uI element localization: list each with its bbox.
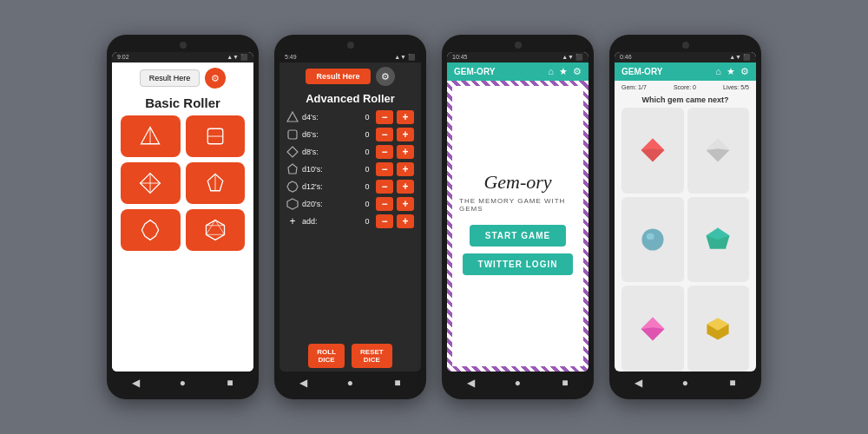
trophy-icon-game[interactable]: ★ <box>727 66 735 77</box>
back-button-2[interactable]: ◀ <box>297 377 309 389</box>
adv-roller-title: Advanced Roller <box>279 90 421 108</box>
gem-choice-grid <box>615 108 756 372</box>
d12-label: d12's: <box>302 182 358 191</box>
d6-plus[interactable]: + <box>397 128 414 141</box>
d8-plus[interactable]: + <box>397 145 414 159</box>
status-time-2: 5:49 <box>285 54 297 61</box>
settings-button-2[interactable]: ⚙ <box>376 67 395 86</box>
d10-plus[interactable]: + <box>397 162 414 176</box>
gem-game-screen: 0:46 ▲▼ ⬛ GEM-ORY ⌂ ★ ⚙ Gem: 1/7 Score: … <box>615 52 756 372</box>
gem-game-logo: GEM-ORY <box>621 67 662 76</box>
recents-button-4[interactable]: ■ <box>727 377 739 389</box>
d4-plus[interactable]: + <box>397 110 414 124</box>
dice-grid <box>112 115 253 251</box>
gem-cell-red[interactable] <box>621 108 684 194</box>
gem-question: Which gem came next? <box>615 94 756 108</box>
back-button-1[interactable]: ◀ <box>129 377 141 389</box>
lives-label: Lives: 5/5 <box>723 84 749 90</box>
phone-gem-ory-main: 10:45 ▲▼ ⬛ GEM-ORY ⌂ ★ ⚙ Gem-ory The mem… <box>442 35 594 399</box>
d6-minus[interactable]: − <box>376 128 393 141</box>
d8-label: d8's: <box>302 148 358 156</box>
add-row: + add: 0 − + <box>279 213 421 230</box>
dice-d6[interactable] <box>186 115 246 157</box>
back-button-4[interactable]: ◀ <box>632 377 644 389</box>
home-button-3[interactable]: ● <box>511 377 523 389</box>
d12-count: 0 <box>362 182 372 191</box>
phone-basic-roller: 9:02 ▲▼ ⬛ Result Here ⚙ Basic Roller <box>107 35 259 399</box>
score-label: Score: 0 <box>674 84 696 90</box>
row-d8: d8's: 0 − + <box>279 143 421 161</box>
trophy-icon[interactable]: ★ <box>559 66 568 77</box>
add-label: add: <box>302 217 358 226</box>
adv-header: Result Here ⚙ <box>279 62 421 90</box>
gem-cell-gold[interactable] <box>687 286 750 372</box>
d12-plus[interactable]: + <box>397 180 414 194</box>
home-button-1[interactable]: ● <box>176 377 188 389</box>
adv-result-button[interactable]: Result Here <box>306 69 370 84</box>
status-time-3: 10:45 <box>452 54 468 61</box>
gem-logo: GEM-ORY <box>454 67 495 76</box>
recents-button-1[interactable]: ■ <box>224 377 236 389</box>
gem-cell-green[interactable] <box>687 197 750 283</box>
svg-marker-19 <box>287 181 298 192</box>
dice-d20[interactable] <box>186 209 246 251</box>
dice-d12[interactable] <box>121 209 181 251</box>
row-d10: d10's: 0 − + <box>279 161 421 178</box>
svg-rect-16 <box>288 130 297 139</box>
dice-d4[interactable] <box>121 115 181 157</box>
game-info-bar: Gem: 1/7 Score: 0 Lives: 5/5 <box>615 81 756 94</box>
add-plus[interactable]: + <box>397 214 414 228</box>
svg-point-25 <box>641 228 663 250</box>
svg-marker-17 <box>287 147 298 157</box>
dice-d10[interactable] <box>186 162 246 204</box>
reset-dice-button[interactable]: RESETDICE <box>352 344 392 368</box>
twitter-login-button[interactable]: TWITTER LOGIN <box>463 253 574 275</box>
gem-main-body: Gem-ory The memory game with gems START … <box>447 81 589 372</box>
add-count: 0 <box>362 217 372 226</box>
d20-plus[interactable]: + <box>397 197 414 211</box>
home-button-2[interactable]: ● <box>344 377 356 389</box>
d10-minus[interactable]: − <box>376 162 393 176</box>
svg-marker-20 <box>287 199 298 209</box>
adv-footer: ROLLDICE RESETDICE <box>279 339 421 372</box>
gem-title: Gem-ory <box>483 171 551 194</box>
gem-cell-pink[interactable] <box>621 286 684 372</box>
home-button-4[interactable]: ● <box>679 377 691 389</box>
nav-bar-2: ◀ ● ■ <box>279 372 421 391</box>
add-icon: + <box>286 215 299 227</box>
dice-d8[interactable] <box>121 162 181 204</box>
home-icon[interactable]: ⌂ <box>548 66 554 77</box>
d20-label: d20's: <box>302 200 358 208</box>
gem-cell-silver[interactable] <box>687 108 750 194</box>
gem-game-topbar: GEM-ORY ⌂ ★ ⚙ <box>615 62 756 81</box>
gem-game-top-nav: ⌂ ★ ⚙ <box>715 66 749 77</box>
home-icon-game[interactable]: ⌂ <box>715 66 721 77</box>
d4-minus[interactable]: − <box>376 110 393 124</box>
gem-cell-blue[interactable] <box>621 197 684 283</box>
status-icons-4: ▲▼ ⬛ <box>729 54 751 61</box>
status-bar-3: 10:45 ▲▼ ⬛ <box>447 52 589 62</box>
recents-button-2[interactable]: ■ <box>391 377 404 389</box>
nav-bar-1: ◀ ● ■ <box>112 372 253 391</box>
gem-main-screen: 10:45 ▲▼ ⬛ GEM-ORY ⌂ ★ ⚙ Gem-ory The mem… <box>447 52 589 372</box>
d10-label: d10's: <box>302 165 358 174</box>
settings-button-1[interactable]: ⚙ <box>205 68 226 89</box>
row-d6: d6's: 0 − + <box>279 126 421 143</box>
recents-button-3[interactable]: ■ <box>559 377 571 389</box>
d12-minus[interactable]: − <box>376 180 393 194</box>
add-minus[interactable]: − <box>376 214 393 228</box>
settings-icon-game[interactable]: ⚙ <box>740 66 749 77</box>
d20-minus[interactable]: − <box>376 197 393 211</box>
d8-minus[interactable]: − <box>376 145 393 159</box>
start-game-button[interactable]: START GAME <box>470 225 566 247</box>
status-icons-1: ▲▼ ⬛ <box>227 54 248 61</box>
status-bar-1: 9:02 ▲▼ ⬛ <box>112 52 253 62</box>
settings-icon-gem[interactable]: ⚙ <box>573 66 582 77</box>
nav-bar-4: ◀ ● ■ <box>615 372 756 391</box>
svg-marker-30 <box>641 317 664 329</box>
svg-marker-9 <box>142 220 159 240</box>
back-button-3[interactable]: ◀ <box>464 377 477 389</box>
roll-dice-button[interactable]: ROLLDICE <box>308 344 345 368</box>
result-here-button[interactable]: Result Here <box>140 69 201 87</box>
d6-count: 0 <box>362 130 372 139</box>
